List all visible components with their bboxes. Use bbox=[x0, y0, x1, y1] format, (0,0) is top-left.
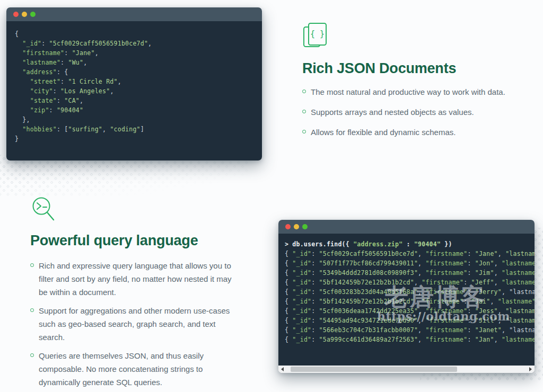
feature-powerful-query-language: Powerful query language Rich and express… bbox=[30, 196, 253, 392]
minimize-button[interactable] bbox=[294, 224, 299, 229]
feature-bullet-list: The most natural and productive way to w… bbox=[302, 87, 536, 137]
code-line: { bbox=[15, 29, 262, 39]
terminal-result-line: { "_id": "5bf142459b72e12b2b1b2cd", "fir… bbox=[285, 297, 535, 306]
feature-bullet: Rich and expressive query language that … bbox=[30, 259, 241, 299]
terminal-result-line: { "_id": "5cf0029caff5056591b0ce7d", "fi… bbox=[285, 249, 535, 259]
braces-document-icon: { } bbox=[302, 22, 328, 48]
code-line: } bbox=[15, 134, 262, 144]
scroll-left-arrow-icon[interactable] bbox=[281, 367, 284, 371]
terminal-result-line: { "_id": "566eb3c704c7b31facbb0007", "fi… bbox=[285, 325, 535, 335]
code-line: }, bbox=[15, 115, 262, 124]
code-line: "city": "Los Angeles", bbox=[15, 86, 262, 96]
horizontal-scrollbar[interactable] bbox=[278, 366, 535, 373]
feature-bullet: Queries are themselves JSON, and thus ea… bbox=[30, 349, 241, 389]
scrollbar-thumb[interactable] bbox=[291, 367, 457, 372]
bullet-ring-icon bbox=[30, 263, 34, 267]
terminal-result-line: { "_id": "5349b4ddd2781d08c09890f3", "fi… bbox=[285, 268, 535, 278]
terminal-result-line: { "_id": "5cf0036deaa1742dd225ea35", "fi… bbox=[285, 306, 535, 316]
close-button[interactable] bbox=[285, 224, 291, 229]
feature-bullet-list: Rich and expressive query language that … bbox=[30, 259, 253, 389]
dot-pattern-decoration bbox=[0, 155, 249, 196]
zoom-button[interactable] bbox=[302, 224, 308, 229]
terminal-output: > db.users.find({ "address.zip" : "90404… bbox=[278, 234, 535, 366]
terminal-result-line: { "_id": "5a999cc461d36489a27f2563", "fi… bbox=[285, 335, 535, 344]
terminal-result-line: { "_id": "5cf003283b23d04a40d5f68a", "fi… bbox=[285, 287, 535, 297]
bullet-text: Supports arrays and nested objects as va… bbox=[311, 108, 474, 117]
terminal-result-line: { "_id": "5bf142459b72e12b2b1b2cd", "fir… bbox=[285, 278, 535, 287]
page: { "_id": "5cf0029caff5056591b0ce7d", "fi… bbox=[0, 0, 543, 392]
svg-text:{ }: { } bbox=[310, 29, 325, 39]
feature-bullet: Allows for flexible and dynamic schemas. bbox=[302, 127, 536, 137]
bullet-text: Allows for flexible and dynamic schemas. bbox=[311, 128, 456, 137]
terminal-result-line: { "_id": "507f1f77bcf86cd799439011", "fi… bbox=[285, 259, 535, 268]
terminal-magnifier-icon bbox=[30, 196, 57, 224]
code-line: "hobbies": ["surfing", "coding"] bbox=[15, 124, 262, 134]
feature-bullet: Support for aggregations and other moder… bbox=[30, 304, 241, 344]
code-line: "lastname": "Wu", bbox=[15, 58, 262, 67]
terminal-results: { "_id": "5cf0029caff5056591b0ce7d", "fi… bbox=[285, 249, 535, 344]
feature-bullet: Supports arrays and nested objects as va… bbox=[302, 107, 536, 117]
bullet-text: Rich and expressive query language that … bbox=[39, 261, 232, 297]
scrollbar-track[interactable] bbox=[286, 366, 527, 373]
code-line: "_id": "5cf0029caff5056591b0ce7d", bbox=[15, 39, 262, 48]
json-document-window: { "_id": "5cf0029caff5056591b0ce7d", "fi… bbox=[6, 7, 262, 161]
feature-rich-json-documents: { } Rich JSON Documents The most natural… bbox=[302, 22, 536, 147]
code-line: "firstname": "Jane", bbox=[15, 48, 262, 58]
bullet-text: Queries are themselves JSON, and thus ea… bbox=[39, 351, 204, 387]
window-titlebar bbox=[278, 220, 535, 234]
bullet-ring-icon bbox=[302, 130, 306, 133]
json-code-editor: { "_id": "5cf0029caff5056591b0ce7d", "fi… bbox=[6, 21, 262, 161]
feature-title: Rich JSON Documents bbox=[302, 60, 536, 76]
bullet-ring-icon bbox=[302, 110, 306, 113]
terminal-window: > db.users.find({ "address.zip" : "90404… bbox=[278, 220, 535, 373]
close-button[interactable] bbox=[13, 12, 19, 17]
code-line: "street": "1 Circle Rd", bbox=[15, 77, 262, 86]
bullet-ring-icon bbox=[302, 90, 306, 93]
bullet-ring-icon bbox=[30, 308, 34, 312]
zoom-button[interactable] bbox=[30, 12, 36, 17]
code-line: "zip": "90404" bbox=[15, 105, 262, 115]
window-titlebar bbox=[6, 7, 262, 21]
minimize-button[interactable] bbox=[22, 12, 27, 17]
feature-title: Powerful query language bbox=[30, 233, 253, 248]
feature-bullet: The most natural and productive way to w… bbox=[302, 87, 536, 97]
bullet-text: Support for aggregations and other moder… bbox=[39, 306, 230, 342]
scroll-right-arrow-icon[interactable] bbox=[529, 367, 532, 371]
code-line: "address": { bbox=[15, 67, 262, 77]
bullet-text: The most natural and productive way to w… bbox=[311, 87, 505, 96]
terminal-command: > db.users.find({ "address.zip" : "90404… bbox=[285, 239, 535, 249]
bullet-ring-icon bbox=[30, 353, 34, 357]
code-line: "state": "CA", bbox=[15, 96, 262, 105]
terminal-result-line: { "_id": "54495ad94c934721ede76d90", "fi… bbox=[285, 316, 535, 325]
